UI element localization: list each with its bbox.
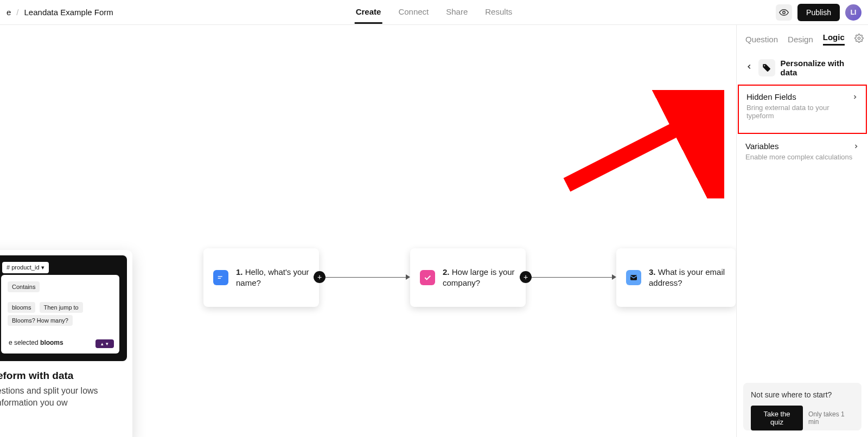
avatar[interactable]: LI (845, 4, 861, 21)
mock-nav-icon: ▴▾ (95, 339, 114, 348)
mock-tag: # product_id ▾ (2, 262, 49, 273)
svg-point-6 (764, 65, 765, 66)
personalize-promo-card: # product_id ▾ Contains blooms Then jump… (0, 250, 132, 437)
quiz-prompt: Not sure where to start? Take the quiz O… (743, 383, 861, 430)
topbar: e / Leandata Example Form Create Connect… (0, 0, 868, 25)
promo-body: elevant questions and split your lows ba… (0, 385, 124, 409)
panel-tab-logic[interactable]: Logic (823, 33, 845, 46)
tab-connect[interactable]: Connect (397, 1, 430, 24)
promo-title: your typeform with data (0, 370, 124, 382)
add-branch-button[interactable]: + (520, 271, 532, 283)
publish-button[interactable]: Publish (797, 4, 840, 21)
flow-card-text: 1. Hello, what's your name? (236, 267, 309, 289)
breadcrumb: e / Leandata Example Form (7, 8, 113, 17)
panel-tab-design[interactable]: Design (788, 35, 813, 44)
tab-create[interactable]: Create (355, 1, 382, 24)
arrowhead-icon (406, 274, 410, 280)
gear-icon (854, 34, 864, 43)
flow-card-q3[interactable]: 3. What is your email address? (616, 248, 736, 307)
panel-item-variables[interactable]: Variables Enable more complex calculatio… (737, 134, 868, 169)
flow-card-text: 2. How large is your company? (443, 267, 516, 289)
quiz-hint: Only takes 1 min (808, 410, 854, 426)
panel-item-title: Variables (745, 142, 778, 151)
email-icon (626, 270, 641, 285)
sidepanel: Question Design Logic Personalize with d… (736, 25, 868, 437)
flow-connector (532, 277, 612, 278)
breadcrumb-root[interactable]: e (7, 8, 11, 17)
chevron-right-icon (853, 143, 859, 150)
flow-connector (326, 277, 406, 278)
tab-results[interactable]: Results (484, 1, 513, 24)
flow-card-q1[interactable]: 1. Hello, what's your name? (203, 248, 319, 307)
quiz-prompt-text: Not sure where to start? (751, 390, 854, 399)
flow-card-q2[interactable]: 2. How large is your company? (410, 248, 526, 307)
arrowhead-icon (612, 274, 616, 280)
svg-line-4 (567, 117, 700, 185)
take-quiz-button[interactable]: Take the quiz (751, 406, 803, 430)
chevron-left-icon (745, 63, 753, 70)
panel-settings-button[interactable] (854, 34, 864, 44)
annotation-arrow (561, 90, 724, 198)
breadcrumb-form-title[interactable]: Leandata Example Form (24, 8, 113, 17)
topnav: Create Connect Share Results (355, 1, 514, 24)
panel-item-hidden-fields[interactable]: Hidden Fields Bring external data to you… (738, 85, 867, 134)
preview-button[interactable] (776, 4, 792, 21)
back-button[interactable] (745, 63, 753, 73)
tab-share[interactable]: Share (445, 1, 469, 24)
panel-tab-question[interactable]: Question (745, 35, 778, 44)
svg-point-0 (783, 11, 786, 14)
logic-canvas[interactable]: 1. Hello, what's your name? 2. How large… (0, 25, 736, 437)
panel-item-sub: Enable more complex calculations (745, 153, 859, 161)
short-text-icon (213, 270, 228, 285)
svg-point-5 (858, 37, 860, 39)
panel-item-title: Hidden Fields (746, 92, 796, 101)
tag-icon (758, 59, 775, 76)
chevron-right-icon (852, 94, 858, 100)
eye-icon (779, 8, 789, 17)
svg-rect-1 (218, 276, 222, 277)
breadcrumb-separator: / (16, 8, 18, 17)
panel-item-sub: Bring external data to your typeform (746, 104, 858, 120)
add-branch-button[interactable]: + (314, 271, 326, 283)
panel-section-header: Personalize with data (737, 51, 868, 85)
topbar-right: Publish LI (776, 4, 861, 21)
panel-tabs: Question Design Logic (737, 25, 868, 51)
svg-rect-2 (218, 278, 221, 279)
multiple-choice-icon (420, 270, 435, 285)
promo-mock-screen: # product_id ▾ Contains blooms Then jump… (0, 255, 127, 361)
flow-card-text: 3. What is your email address? (649, 267, 726, 289)
panel-section-title: Personalize with data (781, 59, 859, 77)
